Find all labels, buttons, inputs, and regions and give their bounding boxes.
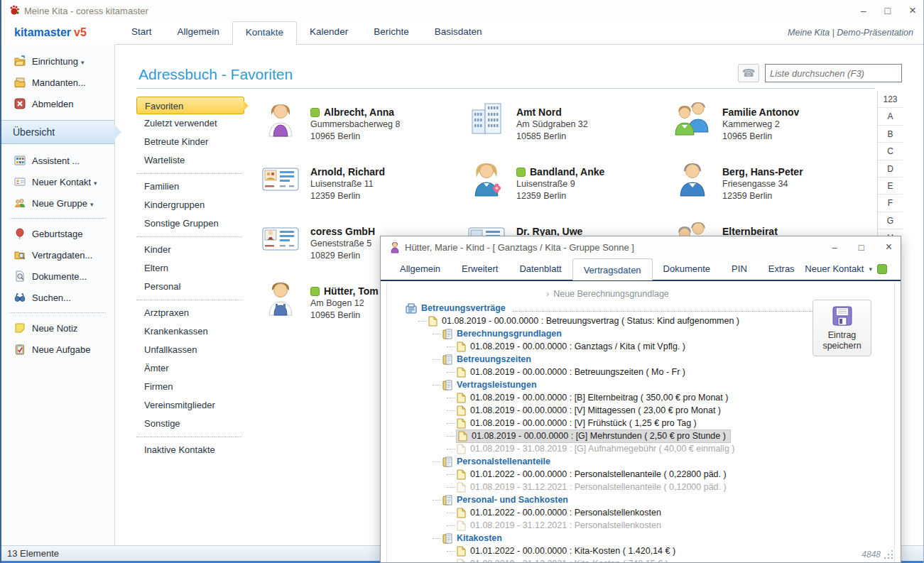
- category-warteliste[interactable]: Warteliste: [136, 151, 244, 170]
- tree-header-personalstellenanteile[interactable]: Personalstellenanteile: [387, 455, 894, 468]
- sidebar-item-mandanten[interactable]: Mandanten...: [1, 72, 114, 93]
- contact-card-antonov[interactable]: Familie Antonov Kammerweg 210965 Berlin: [673, 99, 879, 159]
- sidebar-item-neue-gruppe[interactable]: Neue Gruppe: [1, 192, 114, 214]
- dialog-tab-vertragsdaten[interactable]: Vertragsdaten: [572, 258, 653, 280]
- tab-berichte[interactable]: Berichte: [361, 21, 422, 45]
- category-kindergruppen[interactable]: Kindergruppen: [136, 196, 244, 214]
- dialog-tab-pin[interactable]: PIN: [721, 258, 758, 280]
- sidebar-item-neue-notiz[interactable]: Neue Notiz: [1, 317, 114, 339]
- tree-item-disabled[interactable]: 01.08.2019 - 31.12.2021 : Personalstelle…: [387, 481, 894, 493]
- category-unfallkassen[interactable]: Unfallkassen: [136, 341, 244, 359]
- girl-icon: [389, 241, 401, 253]
- alpha-123[interactable]: 123: [878, 91, 903, 108]
- tree-item[interactable]: 01.01.2022 - 00.00.0000 : Personalstelle…: [387, 468, 894, 481]
- tree-header-kitakosten[interactable]: Kitakosten: [387, 532, 894, 545]
- contact-card-arnold[interactable]: Arnold, Richard Luisenstraße 1112359 Ber…: [261, 159, 467, 219]
- alpha-e[interactable]: E: [878, 177, 903, 195]
- tree-item-disabled[interactable]: 01.08.2019 - 31.08.2019 : [G] Aufnahmege…: [387, 442, 894, 455]
- sidebar-item-vertragdaten[interactable]: Vertragdaten...: [1, 244, 114, 266]
- folder-doc-icon: [442, 380, 452, 390]
- sidebar-item-suchen[interactable]: Suchen...: [1, 287, 114, 308]
- category-kinder[interactable]: Kinder: [136, 241, 244, 259]
- alpha-a[interactable]: A: [878, 108, 903, 125]
- category-inaktive-kontakte[interactable]: Inaktive Kontakte: [136, 441, 244, 459]
- tab-allgemein[interactable]: Allgemein: [165, 21, 232, 45]
- category-zuletzt-verwendet[interactable]: Zuletzt verwendet: [136, 114, 244, 133]
- tab-basisdaten[interactable]: Basisdaten: [422, 21, 495, 45]
- alpha-b[interactable]: B: [878, 126, 903, 143]
- sidebar-item-geburtstage[interactable]: Geburtstage: [1, 223, 114, 244]
- tree-item[interactable]: 01.08.2019 - 00.00.0000 : [V] Frühstück …: [387, 417, 894, 430]
- brand-logo: kitamasterv5: [14, 26, 87, 39]
- dialog-tab-erweitert[interactable]: Erweitert: [451, 258, 509, 280]
- tree-item-disabled[interactable]: 01.08.2019 - 31.12.2021 : Personalstelle…: [387, 519, 894, 532]
- tree-item[interactable]: 01.08.2019 - 00.00.0000 : [V] Mittagesse…: [387, 404, 894, 417]
- alpha-f[interactable]: F: [878, 195, 903, 212]
- sidebar-item-assistent[interactable]: Assistent ...: [1, 150, 114, 171]
- phone-button[interactable]: ☎: [738, 64, 759, 82]
- save-entry-button[interactable]: Eintragspeichern: [812, 300, 871, 356]
- sidebar-item-einrichtung[interactable]: Einrichtung: [1, 50, 114, 72]
- alpha-d[interactable]: D: [878, 160, 903, 177]
- tree-item-disabled[interactable]: 01.08.2019 - 31.12.2021 : Kita-Kosten ( …: [387, 557, 894, 562]
- alpha-c[interactable]: C: [878, 143, 903, 160]
- tree-header-personal-und-sachkosten[interactable]: Personal- und Sachkosten: [387, 493, 894, 506]
- folder-doc-icon: [442, 329, 452, 339]
- dialog-tab-allgemein[interactable]: Allgemein: [389, 258, 451, 280]
- app-window: Meine Kita - coress kitamaster – □ × kit…: [0, 0, 924, 563]
- contact-card-bandland[interactable]: Bandland, Anke Luisenstraße 912359 Berli…: [467, 159, 673, 219]
- alpha-g[interactable]: G: [878, 212, 903, 229]
- boy-avatar-icon: [261, 278, 300, 318]
- dialog-minimize-button[interactable]: –: [832, 242, 837, 253]
- category-sonstige[interactable]: Sonstige: [136, 415, 244, 433]
- category-krankenkassen[interactable]: Krankenkassen: [136, 322, 244, 341]
- status-square-green: [877, 264, 887, 274]
- sidebar: Einrichtung Mandanten... Abmelden Übersi…: [1, 45, 115, 545]
- dialog-new-contact-button[interactable]: Neuer Kontakt▾: [805, 263, 892, 274]
- family-icon: [673, 99, 712, 139]
- contact-card-berg[interactable]: Berg, Hans-Peter Friesengasse 3412359 Be…: [673, 159, 879, 219]
- new-calc-base-link[interactable]: ›Neue Berechnungsgrundlage: [387, 283, 894, 302]
- dialog-tab-dokumente[interactable]: Dokumente: [653, 258, 721, 280]
- document-icon: [457, 341, 466, 352]
- tree-item[interactable]: 01.08.2019 - 00.00.0000 : Betreuungszeit…: [387, 366, 894, 378]
- category-vereinsmitglieder[interactable]: Vereinsmitglieder: [136, 396, 244, 415]
- category-sonstige-gruppen[interactable]: Sonstige Gruppen: [136, 214, 244, 233]
- tree-item[interactable]: 01.01.2022 - 00.00.0000 : Personalstelle…: [387, 506, 894, 519]
- tab-start[interactable]: Start: [119, 21, 165, 45]
- category-familien[interactable]: Familien: [136, 177, 244, 196]
- category-firmen[interactable]: Firmen: [136, 378, 244, 396]
- sidebar-section-uebersicht[interactable]: Übersicht: [1, 120, 114, 144]
- category-arztpraxen[interactable]: Arztpraxen: [136, 304, 244, 322]
- document-search-icon: [14, 270, 26, 282]
- category-aemter[interactable]: Ämter: [136, 359, 244, 378]
- dialog-close-button[interactable]: ×: [886, 241, 892, 253]
- category-eltern[interactable]: Eltern: [136, 259, 244, 278]
- sidebar-item-neue-aufgabe[interactable]: Neue Aufgabe: [1, 339, 114, 360]
- close-button[interactable]: ×: [909, 4, 916, 18]
- contact-card-albrecht[interactable]: Albrecht, Anna Gummersbacherweg 810965 B…: [261, 99, 467, 159]
- minimize-button[interactable]: –: [861, 5, 866, 16]
- resize-grip[interactable]: [884, 550, 893, 559]
- man-avatar-icon: [673, 159, 712, 199]
- dialog-tab-extras[interactable]: Extras: [758, 258, 805, 280]
- folder-doc-icon: [442, 495, 452, 505]
- tree-header-vertragsleistungen[interactable]: Vertragsleistungen: [387, 378, 894, 391]
- category-betreute-kinder[interactable]: Betreute Kinder: [136, 133, 244, 151]
- category-favoriten[interactable]: Favoriten: [136, 97, 244, 114]
- tree-item[interactable]: 01.01.2022 - 00.00.0000 : Kita-Kosten ( …: [387, 545, 894, 557]
- tree-item-selected[interactable]: 01.08.2019 - 00.00.0000 : [G] Mehrstunde…: [387, 430, 894, 442]
- contact-card-amt-nord[interactable]: Amt Nord Am Südgraben 3210585 Berlin: [467, 99, 673, 159]
- tab-kontakte[interactable]: Kontakte: [232, 21, 297, 45]
- search-icon[interactable]: [896, 68, 897, 79]
- sidebar-item-abmelden[interactable]: Abmelden: [1, 93, 114, 114]
- dialog-tab-datenblatt[interactable]: Datenblatt: [509, 258, 572, 280]
- tree-item[interactable]: 01.08.2019 - 00.00.0000 : [B] Elternbeit…: [387, 391, 894, 404]
- category-personal[interactable]: Personal: [136, 278, 244, 296]
- tab-kalender[interactable]: Kalender: [297, 21, 361, 45]
- sidebar-item-dokumente[interactable]: Dokumente...: [1, 266, 114, 287]
- maximize-button[interactable]: □: [885, 5, 891, 16]
- dialog-maximize-button[interactable]: □: [859, 242, 864, 253]
- search-input[interactable]: [770, 68, 896, 79]
- sidebar-item-neuer-kontakt[interactable]: Neuer Kontakt: [1, 171, 114, 192]
